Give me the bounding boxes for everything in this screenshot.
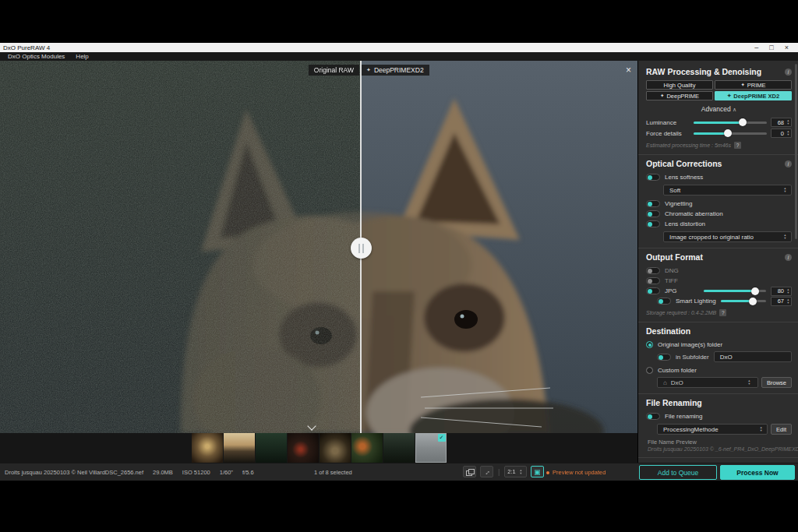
label-deepprime-xd2[interactable]: ✦ DeepPRIMEXD2 [361, 65, 429, 76]
preview-pane-icon: ▣ [534, 468, 541, 476]
jpg-quality-slider[interactable] [704, 290, 766, 292]
method-prime-button[interactable]: ✦ PRIME [715, 80, 792, 90]
custom-folder-radio[interactable] [646, 367, 653, 374]
stepper-icons[interactable]: ▴▾ [786, 288, 791, 294]
force-details-label: Force details [646, 130, 690, 137]
thumbnail-2[interactable] [224, 433, 255, 463]
menu-help[interactable]: Help [76, 53, 88, 60]
section-title-raw-processing: RAW Processing & Denoising [646, 67, 761, 76]
compare-icon [466, 469, 473, 475]
method-high-quality-button[interactable]: High Quality [646, 80, 713, 90]
compare-divider-handle[interactable] [351, 238, 372, 259]
file-name-preview-value: Droits jusquau 20250103 © _6-nef_PR4_DxO… [648, 446, 792, 452]
close-icon[interactable]: × [785, 44, 789, 51]
app-root: DxO PureRAW 4 – □ × DxO Optics Modules H… [0, 0, 798, 532]
settings-panel: RAW Processing & Denoising i High Qualit… [638, 61, 798, 463]
jpg-quality-numbox[interactable]: 80 ▴▾ [771, 287, 792, 296]
stepper-icons[interactable]: ▴▾ [747, 379, 752, 386]
thumbnail-8-selected[interactable]: ✓ [415, 433, 447, 463]
advanced-toggle[interactable]: Advanced ∧ [646, 105, 792, 113]
help-icon[interactable]: ? [734, 142, 741, 149]
add-to-queue-button[interactable]: Add to Queue [639, 465, 717, 480]
sparkle-icon: ✦ [740, 82, 744, 88]
expand-icon: ↔ [482, 467, 492, 477]
sparkle-icon: ✦ [660, 93, 664, 99]
lens-softness-dropdown[interactable]: Soft ▴▾ [663, 185, 792, 196]
preview-pane-button[interactable]: ▣ [531, 466, 544, 477]
luminance-label: Luminance [646, 119, 690, 126]
iso-value: ISO 51200 [182, 469, 210, 476]
preview-warning: Preview not updated [546, 469, 606, 476]
stepper-icons[interactable]: ▴▾ [518, 469, 524, 475]
process-now-button[interactable]: Process Now [720, 465, 795, 480]
selection-count: 1 of 8 selected [314, 469, 352, 476]
dng-toggle[interactable] [646, 267, 660, 274]
denoise-method-group: High Quality ✦ PRIME ✦ DeepPRIME ✦ DeepP… [646, 80, 792, 100]
lens-distortion-toggle[interactable] [646, 220, 660, 227]
browse-button[interactable]: Browse [761, 377, 792, 388]
file-name-preview-label: File Name Preview [648, 439, 792, 446]
home-icon: ⌂ [663, 379, 667, 386]
force-details-numbox[interactable]: 0 ▴▾ [771, 129, 792, 138]
thumbnail-1[interactable] [192, 433, 223, 463]
original-folder-radio[interactable] [646, 341, 653, 348]
viewer-close-icon[interactable]: × [626, 65, 631, 75]
thumbnail-check-icon[interactable]: ✓ [438, 434, 446, 442]
renaming-method-dropdown[interactable]: ProcessingMethode ▴▾ [657, 424, 768, 435]
shutter-speed: 1/60" [220, 469, 233, 476]
compare-view-button[interactable] [463, 466, 476, 477]
smart-lighting-numbox[interactable]: 67 ▴▾ [771, 297, 792, 306]
stepper-icons[interactable]: ▴▾ [786, 119, 791, 125]
custom-folder-field[interactable]: ⌂ DxO ▴▾ [657, 377, 758, 388]
stepper-icons[interactable]: ▴▾ [786, 298, 791, 305]
tiff-toggle[interactable] [646, 277, 660, 284]
section-title-file-renaming: File Renaming [646, 398, 702, 407]
file-name: Droits jusquau 20250103 © Neil VillardDS… [5, 469, 143, 476]
thumbnail-4[interactable] [288, 433, 319, 463]
thumbnail-7[interactable] [383, 433, 415, 463]
minimize-icon[interactable]: – [754, 44, 758, 51]
stepper-icons[interactable]: ▴▾ [786, 130, 791, 136]
thumbnail-6[interactable] [351, 433, 383, 463]
info-icon[interactable]: i [785, 69, 792, 76]
storage-estimate: Storage required : 0.4-2.2MB [646, 310, 716, 315]
in-subfolder-toggle[interactable] [657, 354, 671, 361]
window-controls: – □ × [754, 44, 795, 51]
title-bar: DxO PureRAW 4 – □ × [0, 43, 798, 52]
thumbnail-5[interactable] [320, 433, 351, 463]
fullscreen-button[interactable]: ↔ [480, 466, 493, 477]
lens-softness-toggle[interactable] [646, 174, 660, 181]
subfolder-field[interactable]: DxO [714, 351, 792, 362]
thumbnail-3[interactable] [256, 433, 287, 463]
method-deepprime-button[interactable]: ✦ DeepPRIME [646, 91, 713, 100]
luminance-slider[interactable] [694, 122, 767, 124]
collapse-filmstrip-icon[interactable] [308, 423, 316, 431]
help-icon[interactable]: ? [719, 309, 726, 316]
menu-bar: DxO Optics Modules Help [0, 52, 798, 61]
smart-lighting-slider[interactable] [721, 300, 766, 302]
toolbar-separator: | [497, 468, 500, 476]
stepper-icons: ▴▾ [782, 187, 788, 193]
label-original-raw[interactable]: Original RAW [309, 65, 359, 76]
aperture-value: f/5.6 [242, 469, 254, 476]
luminance-numbox[interactable]: 68 ▴▾ [771, 118, 792, 127]
jpg-toggle[interactable] [646, 287, 660, 294]
force-details-slider[interactable] [694, 132, 767, 135]
window-title: DxO PureRAW 4 [3, 44, 754, 51]
lens-distortion-dropdown[interactable]: Image cropped to original ratio ▴▾ [663, 231, 792, 242]
zoom-level-control[interactable]: 2:1 ▴▾ [504, 466, 526, 477]
file-renaming-toggle[interactable] [646, 413, 660, 420]
info-icon[interactable]: i [785, 160, 792, 167]
vignetting-toggle[interactable] [646, 200, 660, 207]
info-icon[interactable]: i [785, 254, 792, 261]
chromatic-aberration-toggle[interactable] [646, 210, 660, 217]
smart-lighting-toggle[interactable] [657, 298, 671, 305]
processing-time-estimate: Estimated processing time : 5m46s [646, 143, 731, 148]
panel-scrollbar[interactable] [795, 64, 797, 239]
maximize-icon[interactable]: □ [769, 44, 773, 51]
menu-optics-modules[interactable]: DxO Optics Modules [8, 53, 65, 60]
edit-button[interactable]: Edit [771, 424, 792, 435]
method-deepprime-xd2-button[interactable]: ✦ DeepPRIME XD2 [715, 91, 792, 100]
file-size: 29.0MB [153, 469, 173, 476]
section-title-destination: Destination [646, 326, 690, 336]
